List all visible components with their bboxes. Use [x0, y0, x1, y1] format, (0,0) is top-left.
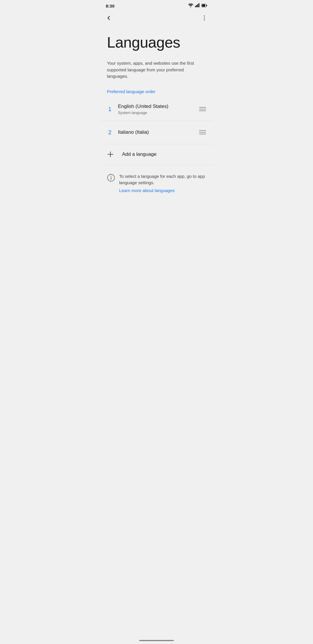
drag-bar: [199, 132, 206, 133]
drag-bar: [199, 111, 206, 111]
lang-number-2: 2: [105, 129, 115, 136]
drag-bar: [199, 109, 206, 109]
svg-rect-6: [206, 5, 207, 6]
svg-rect-7: [202, 4, 205, 7]
language-list: 1 English (United States) System languag…: [100, 98, 213, 165]
drag-handle-1[interactable]: [197, 105, 208, 113]
lang-info-2: Italiano (Italia): [115, 125, 197, 139]
svg-point-10: [204, 20, 205, 21]
lang-number-1: 1: [105, 106, 115, 113]
battery-icon: [201, 3, 207, 8]
description-text: Your system, apps, and websites use the …: [107, 60, 206, 80]
status-time: 8:30: [106, 3, 114, 8]
page-description: Your system, apps, and websites use the …: [100, 55, 213, 87]
wifi-icon: [188, 3, 193, 8]
add-language-label: Add a language: [122, 151, 156, 157]
section-header: Preferred language order: [100, 87, 213, 98]
language-item-1[interactable]: 1 English (United States) System languag…: [100, 98, 213, 121]
info-icon: [107, 174, 115, 182]
drag-bar: [199, 130, 206, 131]
language-item-2[interactable]: 2 Italiano (Italia): [100, 121, 213, 144]
svg-point-15: [111, 176, 111, 176]
svg-point-9: [204, 18, 205, 19]
drag-bar: [199, 107, 206, 108]
svg-point-0: [190, 7, 191, 8]
page-title-area: Languages: [100, 26, 213, 55]
back-icon: [105, 15, 112, 21]
svg-rect-4: [199, 3, 199, 7]
back-button[interactable]: [103, 12, 114, 24]
info-text-block: To select a language for each app, go to…: [119, 173, 206, 193]
more-button[interactable]: [199, 12, 210, 24]
toolbar: [100, 10, 213, 26]
signal-icon: [195, 3, 200, 8]
svg-rect-3: [197, 4, 198, 7]
status-icons: [188, 3, 207, 8]
add-language-item[interactable]: Add a language: [100, 144, 213, 165]
more-icon: [201, 15, 208, 21]
lang-name-2: Italiano (Italia): [118, 129, 194, 135]
info-body-text: To select a language for each app, go to…: [119, 173, 206, 186]
svg-rect-2: [196, 5, 197, 7]
preferred-language-order-link[interactable]: Preferred language order: [107, 89, 156, 94]
drag-bar: [199, 134, 206, 134]
svg-rect-1: [195, 6, 196, 7]
add-icon-circle: [105, 149, 116, 160]
lang-subtitle-1: System language: [118, 111, 194, 115]
info-section: To select a language for each app, go to…: [100, 165, 213, 199]
drag-handle-2[interactable]: [197, 128, 208, 137]
status-bar: 8:30: [100, 0, 213, 10]
lang-name-1: English (United States): [118, 104, 194, 109]
page-title: Languages: [107, 34, 206, 51]
svg-point-8: [204, 16, 205, 17]
add-icon: [106, 150, 114, 158]
learn-more-link[interactable]: Learn more about languages: [119, 188, 206, 193]
lang-info-1: English (United States) System language: [115, 100, 197, 119]
